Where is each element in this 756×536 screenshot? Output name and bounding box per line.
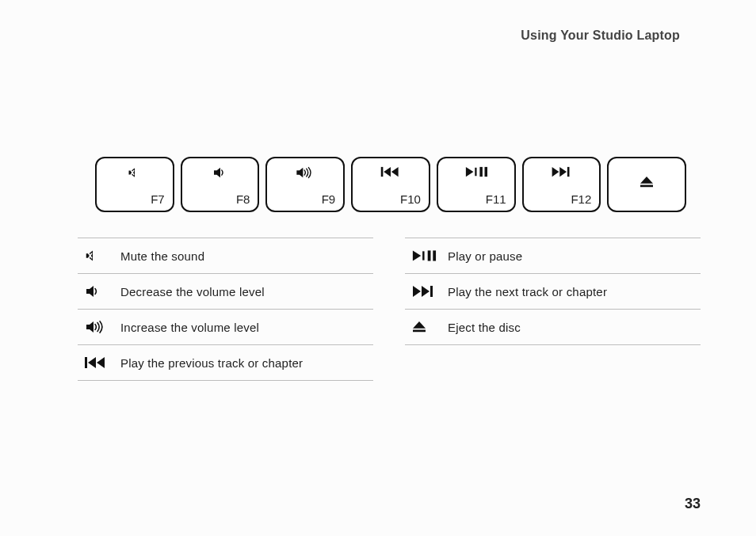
legend-text: Eject the disc [448, 321, 521, 334]
legend-text: Play the next track or chapter [448, 285, 607, 298]
next-track-icon [411, 285, 448, 298]
legend-text: Play the previous track or chapter [120, 356, 303, 370]
key-label: F10 [400, 192, 421, 206]
key-f7: F7 [95, 157, 174, 212]
function-keys-row: F7 F8 F9 F10 F11 [95, 157, 686, 212]
mute-icon [84, 249, 120, 263]
key-label: F12 [571, 192, 591, 206]
legend-row: Play the previous track or chapter [78, 345, 373, 381]
page-header: Using Your Studio Laptop [521, 29, 680, 43]
key-label: F8 [236, 192, 250, 206]
key-label: F7 [151, 192, 165, 206]
eject-icon [411, 321, 448, 333]
legend-text: Decrease the volume level [120, 285, 265, 298]
legend-left-column: Mute the sound Decrease the volume level… [78, 238, 373, 381]
legend-row: Mute the sound [78, 238, 373, 274]
key-label: F11 [486, 192, 506, 206]
play-pause-icon [464, 166, 488, 177]
legend-row: Play or pause [405, 238, 701, 274]
legend-right-column: Play or pause Play the next track or cha… [405, 238, 701, 381]
prev-track-icon [84, 356, 120, 369]
play-pause-icon [411, 249, 448, 262]
eject-icon [639, 176, 655, 188]
key-f8: F8 [181, 157, 260, 212]
legend-text: Mute the sound [120, 249, 204, 263]
key-eject [607, 157, 686, 212]
volume-up-icon [84, 320, 120, 334]
key-f12: F12 [522, 157, 601, 212]
legend-row: Increase the volume level [78, 310, 373, 345]
mute-icon [127, 166, 143, 179]
key-f11: F11 [437, 157, 516, 212]
key-f10: F10 [351, 157, 430, 212]
legend-text: Increase the volume level [120, 321, 259, 334]
legend-row: Eject the disc [405, 310, 701, 345]
page-number-value: 33 [685, 496, 701, 511]
manual-page: Using Your Studio Laptop F7 F8 F9 F10 [0, 0, 756, 536]
volume-up-icon [294, 166, 316, 179]
next-track-icon [550, 166, 572, 177]
legend-text: Play or pause [448, 249, 522, 263]
legend-row: Play the next track or chapter [405, 274, 701, 310]
legend-row: Decrease the volume level [78, 274, 373, 310]
prev-track-icon [380, 166, 402, 177]
key-label: F9 [322, 192, 336, 206]
volume-down-icon [212, 166, 229, 179]
header-title: Using Your Studio Laptop [521, 29, 680, 42]
page-number: 33 [685, 496, 701, 512]
key-f9: F9 [265, 157, 345, 212]
legend: Mute the sound Decrease the volume level… [78, 238, 701, 381]
volume-down-icon [84, 284, 120, 298]
